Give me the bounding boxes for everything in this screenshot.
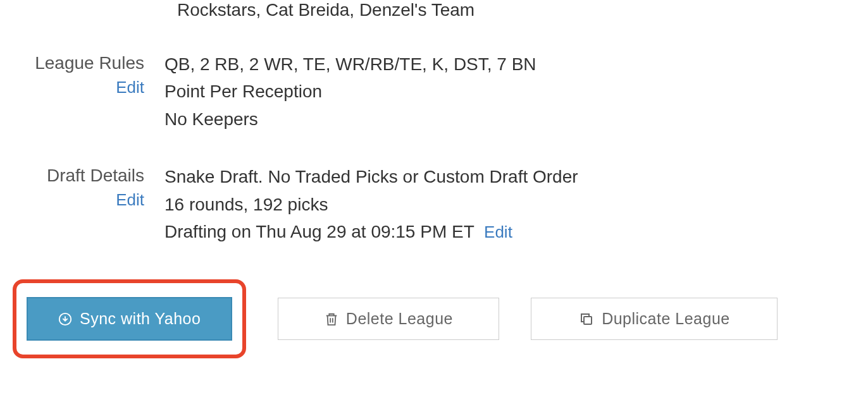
trash-icon — [325, 312, 338, 327]
draft-details-line-1: Snake Draft. No Traded Picks or Custom D… — [164, 163, 868, 190]
league-rules-line-2: Point Per Reception — [164, 78, 868, 105]
draft-details-label: Draft Details — [0, 163, 144, 188]
sync-with-yahoo-button[interactable]: Sync with Yahoo — [27, 297, 232, 341]
sync-download-icon — [58, 312, 72, 326]
sync-button-label: Sync with Yahoo — [80, 310, 201, 328]
draft-details-line-3: Drafting on Thu Aug 29 at 09:15 PM ET — [164, 222, 474, 241]
copy-icon — [579, 312, 594, 327]
sync-highlight-box: Sync with Yahoo — [13, 279, 246, 358]
draft-time-edit-link[interactable]: Edit — [484, 222, 512, 241]
league-rules-line-3: No Keepers — [164, 106, 868, 133]
svg-rect-1 — [584, 317, 592, 324]
league-rules-edit-link[interactable]: Edit — [0, 78, 144, 97]
draft-details-edit-link[interactable]: Edit — [0, 190, 144, 210]
duplicate-league-button[interactable]: Duplicate League — [531, 298, 778, 340]
draft-details-line-2: 16 rounds, 192 picks — [164, 191, 868, 218]
league-rules-label: League Rules — [0, 51, 144, 75]
teams-partial-text: Rockstars, Cat Breida, Denzel's Team — [177, 0, 474, 20]
league-rules-line-1: QB, 2 RB, 2 WR, TE, WR/RB/TE, K, DST, 7 … — [164, 51, 868, 78]
delete-league-button[interactable]: Delete League — [278, 298, 499, 340]
duplicate-button-label: Duplicate League — [602, 310, 730, 328]
delete-button-label: Delete League — [346, 310, 453, 328]
